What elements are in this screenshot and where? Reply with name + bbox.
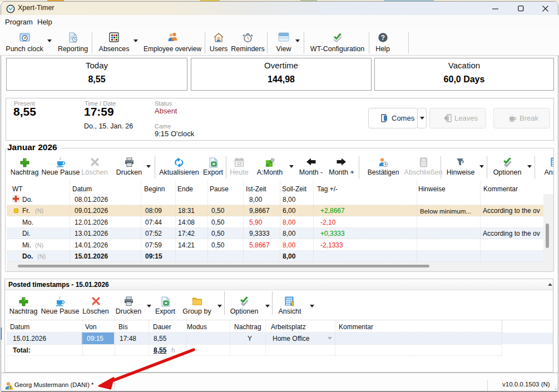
svg-text:12: 12 <box>237 161 241 166</box>
svg-text:?: ? <box>380 34 384 42</box>
